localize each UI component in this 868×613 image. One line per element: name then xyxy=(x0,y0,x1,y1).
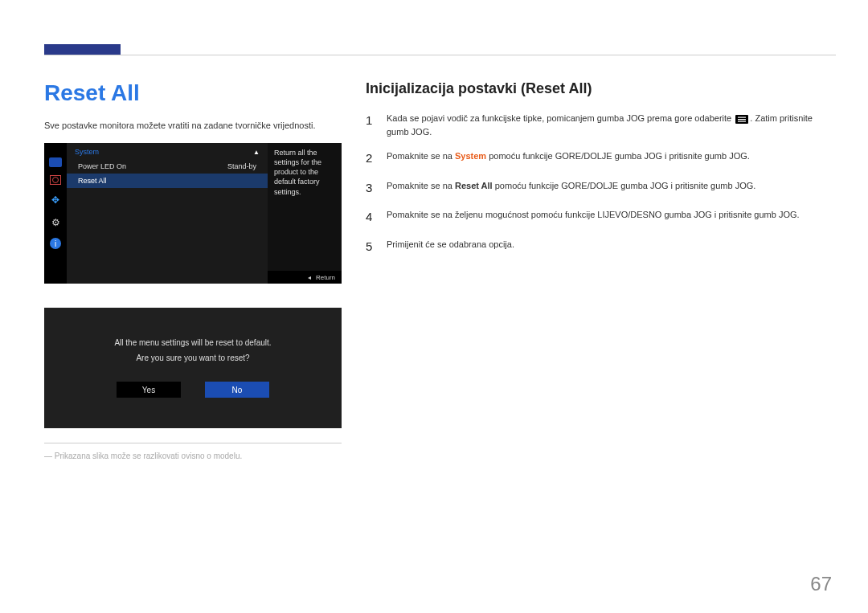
osd-row-value: Stand-by xyxy=(227,162,256,170)
step-number: 4 xyxy=(366,208,375,227)
header-accent-bar xyxy=(44,44,121,55)
osd-row-power-led: Power LED On Stand-by xyxy=(67,159,268,174)
dialog-message-1: All the menu settings will be reset to d… xyxy=(114,338,271,347)
dialog-message-2: Are you sure you want to reset? xyxy=(136,353,249,362)
gear-icon: ⚙ xyxy=(48,215,63,230)
dialog-buttons: Yes No xyxy=(117,382,269,398)
osd-menu-screenshot: ✥ ⚙ i System ▲ Power LED On Stand-by Res… xyxy=(44,143,342,284)
step-number: 3 xyxy=(366,179,375,198)
svg-rect-1 xyxy=(738,116,746,117)
footnote-divider xyxy=(44,443,342,443)
picture-icon xyxy=(50,175,61,185)
step-text: Primijenit će se odabrana opcija. xyxy=(387,238,836,256)
steps-list: 1 Kada se pojavi vodič za funkcijske tip… xyxy=(366,112,836,255)
step-text: Kada se pojavi vodič za funkcijske tipke… xyxy=(387,112,836,138)
osd-sidebar: ✥ ⚙ i xyxy=(44,143,67,284)
dialog-no-button: No xyxy=(205,382,269,398)
section-title: Inicijalizacija postavki (Reset All) xyxy=(366,80,836,97)
osd-menu-title: System xyxy=(75,148,99,156)
osd-footer-label: Return xyxy=(316,274,335,281)
up-arrow-icon: ▲ xyxy=(253,149,260,156)
confirm-dialog-screenshot: All the menu settings will be reset to d… xyxy=(44,308,342,428)
osd-row-label: Reset All xyxy=(78,177,107,185)
osd-center-panel: System ▲ Power LED On Stand-by Reset All xyxy=(67,143,268,284)
step-3: 3 Pomaknite se na Reset All pomoću funkc… xyxy=(366,179,836,198)
step-number: 1 xyxy=(366,112,375,138)
step-text: Pomaknite se na željenu mogućnost pomoću… xyxy=(387,208,836,227)
osd-row-reset-all: Reset All xyxy=(67,174,268,188)
right-column: Inicijalizacija postavki (Reset All) 1 K… xyxy=(366,80,836,460)
menu-icon xyxy=(735,115,748,124)
monitor-icon xyxy=(49,157,62,167)
header-rule xyxy=(44,55,836,55)
step-number: 2 xyxy=(366,149,375,168)
page-number: 67 xyxy=(810,573,832,595)
step-1: 1 Kada se pojavi vodič za funkcijske tip… xyxy=(366,112,836,138)
page-content: Reset All Sve postavke monitora možete v… xyxy=(44,80,836,460)
page-title: Reset All xyxy=(44,80,342,106)
osd-menu-header: System ▲ xyxy=(67,148,268,159)
step-number: 5 xyxy=(366,238,375,256)
intro-text: Sve postavke monitora možete vratiti na … xyxy=(44,121,342,130)
step-text: Pomaknite se na Reset All pomoću funkcij… xyxy=(387,179,836,198)
keyword-reset-all: Reset All xyxy=(455,181,493,190)
osd-row-label: Power LED On xyxy=(78,162,126,170)
osd-description: Return all the settings for the product … xyxy=(268,143,342,284)
keyword-system: System xyxy=(455,151,486,161)
step-4: 4 Pomaknite se na željenu mogućnost pomo… xyxy=(366,208,836,227)
step-5: 5 Primijenit će se odabrana opcija. xyxy=(366,238,836,256)
info-icon: i xyxy=(50,238,61,249)
step-2: 2 Pomaknite se na System pomoću funkcije… xyxy=(366,149,836,168)
dialog-yes-button: Yes xyxy=(117,382,181,398)
svg-rect-3 xyxy=(738,121,746,121)
left-column: Reset All Sve postavke monitora možete v… xyxy=(44,80,342,460)
move-icon: ✥ xyxy=(48,193,63,207)
osd-footer: Return xyxy=(268,271,342,284)
footnote-text: Prikazana slika može se razlikovati ovis… xyxy=(44,452,342,460)
svg-rect-2 xyxy=(738,119,746,120)
step-text: Pomaknite se na System pomoću funkcije G… xyxy=(387,149,836,168)
